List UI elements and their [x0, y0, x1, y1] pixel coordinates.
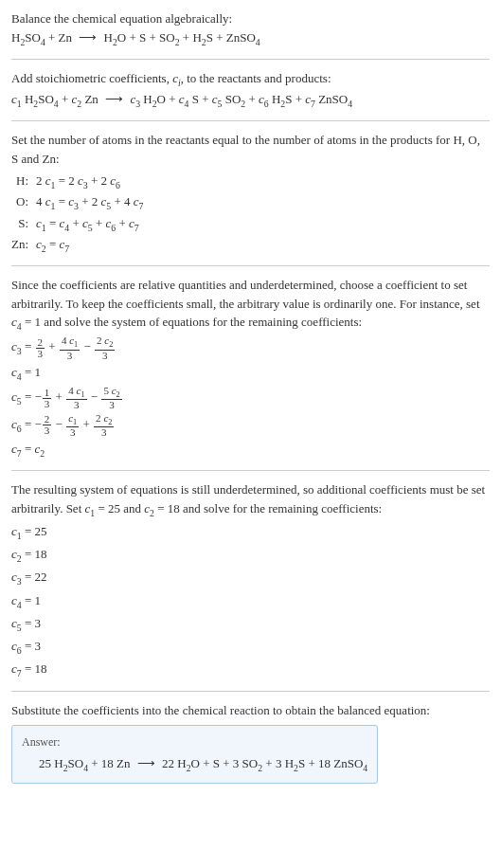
atoms-table: H: 2 c1 = 2 c3 + 2 c6 O: 4 c1 = c3 + 2 c…	[11, 172, 143, 256]
answer-label: Answer:	[22, 733, 367, 750]
atom-eq: 2 c1 = 2 c3 + 2 c6	[36, 172, 143, 192]
divider	[11, 265, 490, 266]
intro-text: Balance the chemical equation algebraica…	[11, 9, 490, 28]
atom-label: S:	[11, 214, 36, 235]
atom-eq: c1 = c4 + c5 + c6 + c7	[36, 214, 143, 235]
c4-val: c4 = 1	[11, 591, 490, 612]
divider	[11, 120, 490, 121]
c4-line: c4 = 1	[11, 363, 490, 384]
eq-right: H2O + S + SO2 + H2S + ZnSO4	[104, 30, 260, 45]
stoich-text-part2: , to the reactants and products:	[181, 71, 331, 85]
c5-line: c5 = −13 + 4 c13 − 5 c23	[11, 386, 490, 411]
atom-label: O:	[11, 192, 36, 213]
eq-left: H2SO4 + Zn	[11, 30, 72, 45]
atom-row-o: O: 4 c1 = c3 + 2 c5 + 4 c7	[11, 192, 143, 213]
answer-equation: 25 H2SO4 + 18 Zn ⟶ 22 H2O + S + 3 SO2 + …	[22, 754, 367, 775]
divider	[11, 470, 490, 471]
ci-var: ci	[172, 71, 181, 85]
atom-label: H:	[11, 172, 36, 192]
c7-val: c7 = 18	[11, 660, 490, 680]
answer-box: Answer: 25 H2SO4 + 18 Zn ⟶ 22 H2O + S + …	[11, 725, 378, 784]
c1-val: c1 = 25	[11, 522, 490, 543]
c6-val: c6 = 3	[11, 637, 490, 658]
c7-line: c7 = c2	[11, 440, 490, 461]
divider	[11, 59, 490, 60]
underdet2-section: The resulting system of equations is sti…	[11, 480, 490, 680]
stoich-equation: c1 H2SO4 + c2 Zn ⟶ c3 H2O + c4 S + c5 SO…	[11, 90, 490, 111]
divider	[11, 691, 490, 692]
stoich-text: Add stoichiometric coefficients, ci, to …	[11, 69, 490, 90]
arrow-icon: ⟶	[137, 754, 155, 773]
atom-eq: c2 = c7	[36, 235, 143, 256]
intro-section: Balance the chemical equation algebraica…	[11, 9, 490, 49]
arrow-icon: ⟶	[105, 90, 123, 109]
atom-row-s: S: c1 = c4 + c5 + c6 + c7	[11, 214, 143, 235]
atom-label: Zn:	[11, 235, 36, 256]
underdet2-text: The resulting system of equations is sti…	[11, 480, 490, 520]
c5-val: c5 = 3	[11, 614, 490, 635]
underdet1-section: Since the coefficients are relative quan…	[11, 276, 490, 461]
stoich-section: Add stoichiometric coefficients, ci, to …	[11, 69, 490, 111]
atoms-intro: Set the number of atoms in the reactants…	[11, 131, 490, 168]
arrow-icon: ⟶	[79, 28, 97, 47]
underdet1-text: Since the coefficients are relative quan…	[11, 276, 490, 334]
c3-val: c3 = 22	[11, 568, 490, 588]
intro-equation: H2SO4 + Zn ⟶ H2O + S + SO2 + H2S + ZnSO4	[11, 28, 490, 49]
atom-row-h: H: 2 c1 = 2 c3 + 2 c6	[11, 172, 143, 192]
atom-row-zn: Zn: c2 = c7	[11, 235, 143, 256]
c6-line: c6 = −23 − c13 + 2 c23	[11, 413, 490, 439]
final-section: Substitute the coefficients into the che…	[11, 701, 490, 785]
stoich-text-part1: Add stoichiometric coefficients,	[11, 71, 172, 85]
atoms-section: Set the number of atoms in the reactants…	[11, 131, 490, 256]
c3-line: c3 = 23 + 4 c13 − 2 c23	[11, 335, 490, 361]
atom-eq: 4 c1 = c3 + 2 c5 + 4 c7	[36, 192, 143, 213]
c2-val: c2 = 18	[11, 545, 490, 566]
final-text: Substitute the coefficients into the che…	[11, 701, 490, 720]
